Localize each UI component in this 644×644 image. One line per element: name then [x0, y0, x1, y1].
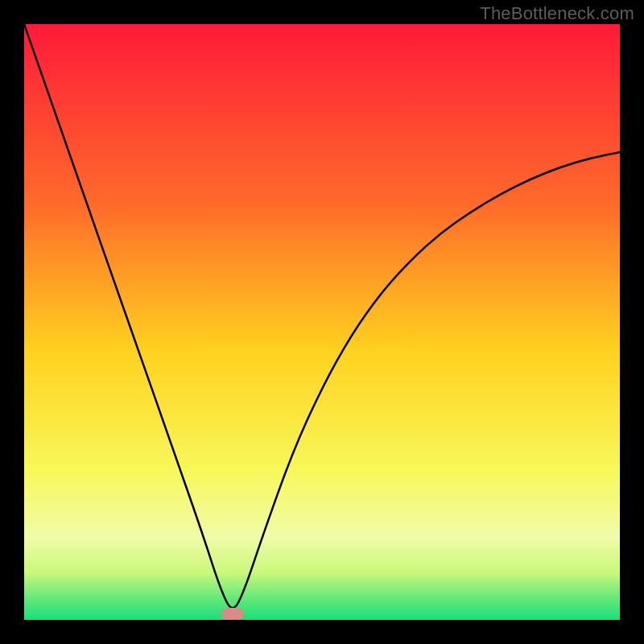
- watermark-label: TheBottleneck.com: [480, 3, 634, 24]
- bottleneck-curve: [24, 24, 620, 620]
- minimum-marker: [221, 608, 244, 620]
- chart-frame: TheBottleneck.com: [0, 0, 644, 644]
- plot-area: [24, 24, 620, 620]
